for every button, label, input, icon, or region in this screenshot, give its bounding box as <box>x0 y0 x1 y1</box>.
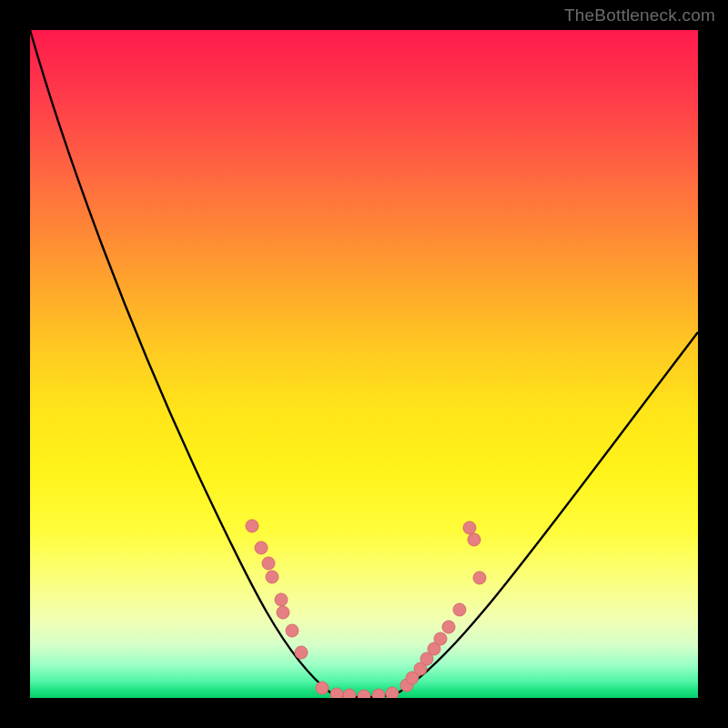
data-marker <box>286 624 298 637</box>
data-marker <box>442 621 455 633</box>
data-marker <box>262 557 275 570</box>
data-marker <box>468 533 480 546</box>
chart-svg <box>30 30 698 698</box>
data-marker <box>372 689 385 698</box>
data-marker <box>453 603 466 616</box>
plot-area <box>30 30 698 698</box>
data-marker <box>275 593 288 606</box>
data-marker <box>434 632 447 645</box>
curve-path <box>30 30 698 697</box>
data-marker <box>358 690 370 698</box>
data-marker <box>255 541 268 554</box>
data-marker <box>463 521 476 534</box>
watermark-text: TheBottleneck.com <box>564 5 715 25</box>
data-marker <box>343 689 356 698</box>
data-marker <box>246 520 258 532</box>
data-marker <box>473 571 486 584</box>
data-marker <box>330 688 343 698</box>
data-marker <box>386 687 399 698</box>
data-marker <box>266 571 278 583</box>
data-marker <box>316 682 329 694</box>
outer-frame: TheBottleneck.com <box>0 0 728 728</box>
data-marker <box>277 606 289 619</box>
data-marker <box>295 646 308 659</box>
marker-group <box>246 520 486 698</box>
